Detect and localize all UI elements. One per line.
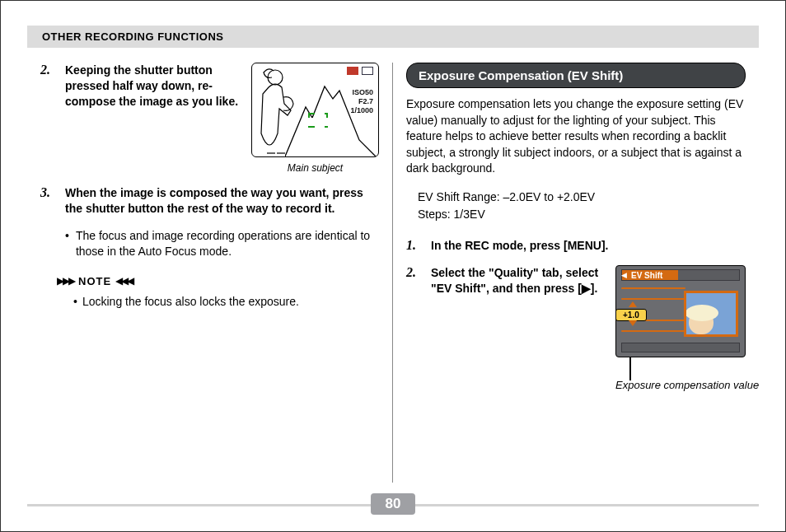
focus-frame-icon (308, 113, 328, 128)
lcd-preview-thumbnail (684, 291, 738, 337)
intro-paragraph: Exposure compensation lets you change th… (406, 96, 746, 177)
ev-specs: EV Shift Range: –2.0EV to +2.0EV Steps: … (418, 189, 746, 223)
callout-pointer-line (629, 357, 631, 380)
lcd-tab-label: EV Shift (631, 271, 662, 280)
step-2-number: 2. (40, 63, 58, 110)
composition-illustration: ISO50 F2.7 1/1000 (251, 63, 379, 157)
ev-range: EV Shift Range: –2.0EV to +2.0EV (418, 189, 746, 206)
ev-value-pill: +1.0 (615, 309, 647, 321)
step-3-text: When the image is composed the way you w… (65, 185, 379, 217)
note-bullet-text: Locking the focus also locks the exposur… (82, 294, 299, 310)
person-drawing (259, 68, 297, 156)
step-2-row: 2. Keeping the shutter button pressed ha… (40, 63, 379, 174)
ev-steps: Steps: 1/3EV (418, 206, 746, 223)
section-title-text: Exposure Compensation (EV Shift) (419, 68, 623, 82)
note-heading: ▶▶▶ NOTE ◀◀◀ (57, 275, 379, 287)
lcd-menu-line (621, 330, 685, 332)
lcd-screenshot: ◀ EV Shift +1.0 (615, 265, 746, 357)
page-number: 80 (386, 496, 401, 511)
note-label: NOTE (78, 275, 111, 287)
mode-indicator-icon (362, 67, 373, 75)
step-3-bullet: • The focus and image recording operatio… (65, 228, 379, 260)
step-3-bullet-text: The focus and image recording operations… (76, 228, 379, 260)
right-step-2: 2. Select the "Quality" tab, select "EV … (406, 265, 746, 357)
content-columns: 2. Keeping the shutter button pressed ha… (1, 63, 785, 483)
tab-left-arrow-icon: ◀ (621, 271, 627, 279)
right-step-1: 1. In the REC mode, press [MENU]. (406, 238, 746, 254)
bullet-dot-icon: • (65, 228, 69, 260)
lcd-menu-line (621, 287, 685, 289)
page-footer: 80 (1, 493, 785, 515)
right-step-1-text: In the REC mode, press [MENU]. (431, 238, 608, 254)
right-step-2-text: Select the "Quality" tab, select "EV Shi… (431, 265, 604, 296)
note-arrows-left-icon: ◀◀◀ (115, 275, 133, 287)
lcd-caption: Exposure compensation value (615, 379, 780, 392)
illustration-status-icons (347, 67, 373, 75)
section-header-text: OTHER RECORDING FUNCTIONS (42, 30, 224, 43)
step-2-text: Keeping the shutter button pressed half … (65, 63, 240, 110)
step-3-row: 3. When the image is composed the way yo… (40, 185, 379, 217)
note-bullet: • Locking the focus also locks the expos… (73, 294, 379, 310)
record-indicator-icon (347, 67, 358, 75)
section-header: OTHER RECORDING FUNCTIONS (27, 26, 759, 48)
illustration-block: ISO50 F2.7 1/1000 (251, 63, 379, 174)
page-number-badge: 80 (371, 493, 416, 515)
lcd-menu-line (621, 298, 685, 300)
illustration-caption: Main subject (251, 162, 379, 174)
bullet-dot-icon: • (73, 294, 77, 310)
value-up-arrow-icon (629, 301, 637, 307)
right-step-1-number: 1. (406, 238, 424, 254)
preview-subject-icon (689, 310, 713, 334)
step-3-number: 3. (40, 185, 58, 217)
lcd-footer-bar (621, 343, 740, 352)
right-step-2-number: 2. (406, 265, 424, 296)
ev-value-text: +1.0 (623, 310, 639, 320)
section-title-pill: Exposure Compensation (EV Shift) (406, 63, 746, 88)
value-down-arrow-icon (629, 320, 637, 326)
note-arrows-right-icon: ▶▶▶ (57, 275, 74, 287)
right-column: Exposure Compensation (EV Shift) Exposur… (393, 63, 759, 483)
lcd-block: ◀ EV Shift +1.0 (615, 265, 746, 357)
left-column: 2. Keeping the shutter button pressed ha… (27, 63, 393, 483)
lcd-active-tab: ◀ EV Shift (622, 270, 678, 280)
lcd-tab-bar: ◀ EV Shift (621, 269, 740, 281)
